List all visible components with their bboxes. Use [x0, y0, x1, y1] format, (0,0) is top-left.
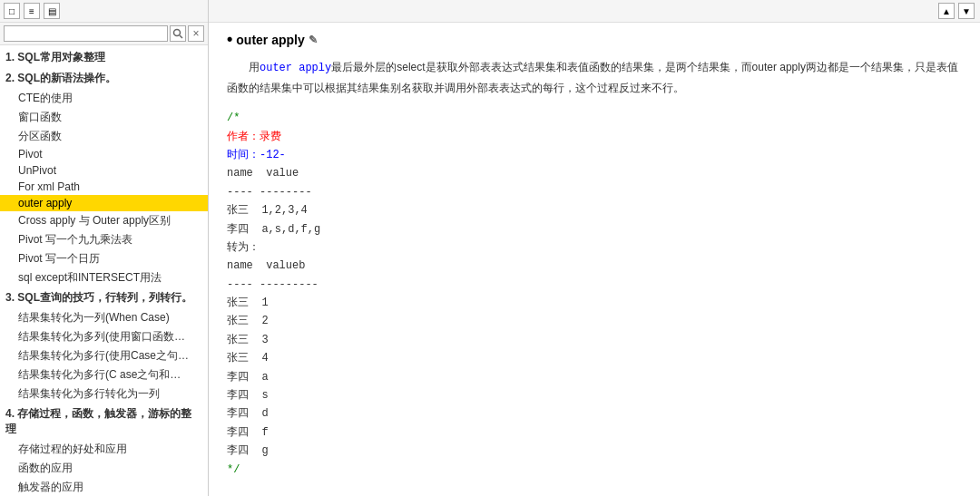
title-text: outer apply: [236, 33, 304, 47]
code-row-4: 李四 a: [227, 368, 962, 386]
code-sep4: ---- ---------: [227, 276, 962, 294]
code-time: 时间：-12-: [227, 146, 962, 164]
nav-tree: 1. SQL常用对象整理 2. SQL的新语法操作。 CTE的使用 窗口函数 分…: [0, 45, 208, 496]
nav-item-s4i1[interactable]: 存储过程的好处和应用: [0, 440, 208, 459]
close-search-button[interactable]: ×: [188, 25, 204, 42]
right-panel: ▲ ▼ outer apply ✎ 用outer apply最后最外层的sele…: [209, 0, 980, 496]
code-author: 作者：录费: [227, 128, 962, 146]
toolbar-btn-2[interactable]: ≡: [24, 3, 40, 19]
nav-item-except[interactable]: sql except和INTERSECT用法: [0, 268, 208, 287]
toolbar-btn-1[interactable]: □: [4, 3, 20, 19]
code-row-6: 李四 d: [227, 404, 962, 423]
nav-item-cross-apply[interactable]: Cross apply 与 Outer apply区别: [0, 211, 208, 230]
svg-line-1: [180, 35, 182, 38]
nav-item-pivot-cal[interactable]: Pivot 写一个日历: [0, 249, 208, 268]
nav-item-partition[interactable]: 分区函数: [0, 127, 208, 146]
nav-item-outer-apply[interactable]: outer apply: [0, 195, 208, 211]
nav-item-s3i3[interactable]: 结果集转化为多行(使用Case之句和迪卡尔积): [0, 346, 208, 365]
code-blank1: [227, 479, 962, 496]
code-row-3: 张三 4: [227, 349, 962, 367]
nav-item-window[interactable]: 窗口函数: [0, 108, 208, 127]
content-title: outer apply ✎: [227, 30, 962, 49]
nav-item-s3i4[interactable]: 结果集转化为多行(C ase之句和卡尔积): [0, 365, 208, 384]
left-toolbar: □ ≡ ▤: [0, 0, 208, 23]
section-2-title: 2. SQL的新语法操作。: [5, 71, 116, 86]
nav-item-cte[interactable]: CTE的使用: [0, 89, 208, 108]
section-3-title: 3. SQL查询的技巧，行转列，列转行。: [5, 290, 192, 306]
section-1-title: 1. SQL常用对象整理: [5, 50, 105, 65]
search-bar: ×: [0, 23, 208, 45]
svg-point-0: [174, 30, 181, 36]
code-row-0: 张三 1: [227, 294, 962, 312]
nav-item-pivot[interactable]: Pivot: [0, 146, 208, 162]
nav-item-s4i2[interactable]: 函数的应用: [0, 459, 208, 478]
nav-item-s3i5[interactable]: 结果集转化为多行转化为一列: [0, 384, 208, 404]
section-3-header[interactable]: 3. SQL查询的技巧，行转列，列转行。: [0, 287, 208, 308]
nav-item-pivot-99[interactable]: Pivot 写一个九九乘法表: [0, 230, 208, 249]
content-description: 用outer apply最后最外层的select是获取外部表表达式结果集和表值函…: [227, 58, 962, 98]
code-data3: 转为：: [227, 238, 962, 257]
nav-item-forxml[interactable]: For xml Path: [0, 179, 208, 195]
toolbar-btn-3[interactable]: ▤: [44, 3, 60, 19]
code-data1: 张三 1,2,3,4: [227, 201, 962, 219]
nav-item-s3i1[interactable]: 结果集转化为一列(When Case): [0, 308, 208, 327]
right-toolbar: ▲ ▼: [209, 0, 980, 23]
code-data2: 李四 a,s,d,f,g: [227, 220, 962, 238]
code-comment-end: */: [227, 461, 962, 479]
code-row-2: 张三 3: [227, 331, 962, 349]
code-block: /* 作者：录费 时间：-12- name value ---- -------…: [227, 109, 962, 496]
section-1-header[interactable]: 1. SQL常用对象整理: [0, 47, 208, 68]
code-row-1: 张三 2: [227, 312, 962, 330]
section-2-header[interactable]: 2. SQL的新语法操作。: [0, 68, 208, 89]
search-icon: [172, 28, 183, 39]
search-button[interactable]: [170, 25, 186, 42]
code-row-5: 李四 s: [227, 386, 962, 404]
code-sep3: name valueb: [227, 257, 962, 275]
section-4-header[interactable]: 4. 存储过程，函数，触发器，游标的整理: [0, 404, 208, 440]
left-panel: □ ≡ ▤ × 1. SQL常用对象整理 2. SQL的新语法操作。 CTE的使…: [0, 0, 209, 496]
nav-item-unpivot[interactable]: UnPivot: [0, 162, 208, 179]
nav-item-s4i3[interactable]: 触发器的应用: [0, 478, 208, 496]
keyword-outer-apply: outer apply: [260, 62, 331, 74]
right-toolbar-btn-down[interactable]: ▼: [958, 3, 975, 19]
section-4-title: 4. 存储过程，函数，触发器，游标的整理: [5, 406, 202, 437]
code-row-7: 李四 f: [227, 423, 962, 442]
code-row-8: 李四 g: [227, 442, 962, 460]
search-input[interactable]: [4, 25, 168, 42]
code-sep1: name value: [227, 164, 962, 182]
right-toolbar-btn-up[interactable]: ▲: [938, 3, 955, 19]
code-sep2: ---- --------: [227, 183, 962, 201]
edit-icon[interactable]: ✎: [309, 34, 318, 46]
right-content: outer apply ✎ 用outer apply最后最外层的select是获…: [209, 23, 980, 496]
code-comment-start: /*: [227, 109, 962, 127]
nav-item-s3i2[interactable]: 结果集转化为多列(使用窗口函数以及Case子句进行配合): [0, 327, 208, 346]
